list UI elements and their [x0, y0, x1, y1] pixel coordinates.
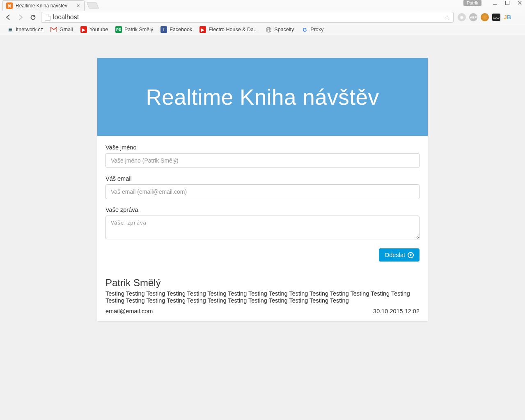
bookmark-youtube[interactable]: ▶ Youtube — [78, 25, 111, 34]
xampp-icon: ⌘ — [6, 2, 13, 9]
adblock-icon[interactable]: ABP — [469, 13, 477, 21]
bookmark-proxy[interactable]: G Proxy — [298, 25, 326, 34]
page-icon — [45, 14, 50, 21]
bookmark-label: Youtube — [89, 27, 108, 32]
bookmark-label: Electro House & Da... — [209, 27, 258, 32]
submit-button-label: Odeslat — [385, 252, 405, 258]
message-label: Vaše zpráva — [105, 207, 420, 213]
guestbook-card: Realtime Kniha návštěv Vaše jméno Váš em… — [97, 58, 428, 321]
extension-icons: ◉ ABP ◡◡ JB — [458, 13, 521, 21]
page-title: Realtime Kniha návštěv — [146, 85, 379, 110]
extension-jb-icon[interactable]: JB — [504, 13, 511, 21]
bookmark-spacelty[interactable]: Spacelty — [262, 25, 297, 34]
submit-button[interactable]: Odeslat — [379, 248, 420, 262]
bookmark-patrik[interactable]: PS Patrik Smělý — [112, 25, 156, 34]
address-text: localhost — [53, 14, 442, 21]
name-input[interactable] — [105, 153, 420, 168]
bookmark-star-icon[interactable]: ☆ — [444, 14, 450, 21]
name-label: Vaše jméno — [105, 144, 420, 151]
bookmark-label: Gmail — [60, 27, 73, 32]
back-button[interactable] — [4, 13, 12, 21]
entry-body: Testing Testing Testing Testing Testing … — [105, 290, 420, 304]
close-window-icon[interactable] — [517, 0, 523, 6]
tab-strip: ⌘ Realtime Kniha návštěv × Patrik — [0, 0, 525, 11]
hamburger-menu-icon[interactable] — [514, 13, 521, 21]
close-tab-icon[interactable]: × — [77, 2, 80, 9]
youtube-icon: ▶ — [199, 26, 206, 33]
reload-button[interactable] — [29, 13, 37, 21]
toolbar-row: localhost ☆ ◉ ABP ◡◡ JB — [0, 11, 525, 24]
page-viewport: Realtime Kniha návštěv Vaše jméno Váš em… — [0, 35, 525, 420]
guestbook-form: Vaše jméno Váš email Vaše zpráva Odeslat — [97, 136, 428, 270]
google-icon: G — [301, 26, 308, 33]
profile-badge[interactable]: Patrik — [463, 0, 481, 6]
tab-title: Realtime Kniha návštěv — [16, 3, 67, 9]
globe-icon — [265, 26, 272, 33]
facebook-icon: f — [160, 26, 167, 33]
minimize-icon[interactable] — [492, 0, 498, 6]
maximize-icon[interactable] — [504, 0, 510, 6]
email-label: Váš email — [105, 175, 420, 182]
cookie-icon[interactable] — [481, 13, 489, 21]
entry-timestamp: 30.10.2015 12:02 — [373, 308, 420, 314]
bookmark-label: Patrik Smělý — [124, 27, 153, 32]
extension-dark-icon[interactable]: ◡◡ — [492, 14, 500, 21]
forward-button[interactable] — [16, 13, 25, 21]
bookmark-label: Proxy — [310, 27, 323, 32]
arrow-right-circle-icon — [408, 252, 414, 258]
bookmark-bar: 💻 itnetwork.cz Gmail ▶ Youtube PS Patrik… — [0, 24, 525, 35]
email-input[interactable] — [105, 184, 420, 199]
bookmark-label: itnetwork.cz — [16, 27, 43, 32]
new-tab-button[interactable] — [87, 2, 99, 9]
bookmark-facebook[interactable]: f Facebook — [158, 25, 195, 34]
browser-chrome: ⌘ Realtime Kniha návštěv × Patrik — [0, 0, 525, 35]
bookmark-electrohouse[interactable]: ▶ Electro House & Da... — [197, 25, 261, 34]
bookmark-label: Facebook — [170, 27, 192, 32]
guestbook-entry: Patrik Smělý Testing Testing Testing Tes… — [97, 270, 428, 321]
extension-icon[interactable]: ◉ — [458, 13, 466, 21]
entry-author: Patrik Smělý — [105, 277, 420, 289]
message-textarea[interactable] — [105, 216, 420, 239]
browser-tab[interactable]: ⌘ Realtime Kniha návštěv × — [2, 0, 85, 11]
window-controls: Patrik — [463, 0, 523, 6]
bookmark-label: Spacelty — [274, 27, 294, 32]
bookmark-itnetwork[interactable]: 💻 itnetwork.cz — [4, 25, 46, 34]
address-bar[interactable]: localhost ☆ — [41, 12, 454, 23]
entry-email: email@email.com — [105, 308, 153, 314]
bookmark-gmail[interactable]: Gmail — [48, 25, 76, 34]
svg-rect-1 — [506, 1, 509, 5]
gmail-icon — [50, 26, 57, 33]
laptop-icon: 💻 — [7, 26, 14, 33]
youtube-icon: ▶ — [80, 26, 87, 33]
hero-banner: Realtime Kniha návštěv — [97, 58, 428, 136]
ps-icon: PS — [115, 26, 122, 33]
